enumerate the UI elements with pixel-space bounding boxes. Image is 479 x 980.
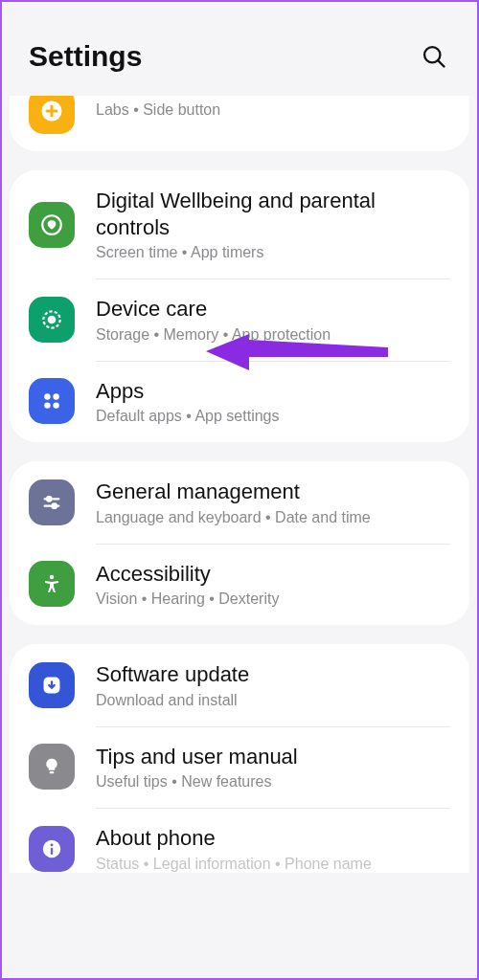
settings-row-general-management[interactable]: General management Language and keyboard… [10,461,469,544]
row-title: Digital Wellbeing and parental controls [96,188,450,240]
info-icon [29,826,75,872]
row-subtitle: Default apps • App settings [96,408,450,425]
row-subtitle: Language and keyboard • Date and time [96,509,450,526]
sliders-icon [29,479,75,525]
settings-row-accessibility[interactable]: Accessibility Vision • Hearing • Dexteri… [10,544,469,626]
svg-rect-18 [50,771,55,773]
plus-icon [29,96,75,134]
settings-group: Digital Wellbeing and parental controls … [10,170,469,442]
settings-row-apps[interactable]: Apps Default apps • App settings [10,361,469,443]
row-title: Accessibility [96,561,450,588]
lightbulb-icon [29,744,75,790]
settings-row-device-care[interactable]: Device care Storage • Memory • App prote… [10,278,469,361]
svg-point-16 [50,575,54,579]
row-subtitle: Screen time • App timers [96,244,450,261]
row-title: Device care [96,296,450,323]
svg-point-10 [44,403,50,409]
device-care-icon [29,297,75,343]
heart-monitor-icon [29,202,75,248]
search-icon [421,43,447,70]
svg-point-8 [44,393,50,399]
row-title: About phone [96,825,450,852]
settings-group: Advanced features Labs • Side button [10,96,469,151]
page-title: Settings [29,40,142,73]
download-icon [29,662,75,708]
row-subtitle: Labs • Side button [96,101,450,119]
settings-row-digital-wellbeing[interactable]: Digital Wellbeing and parental controls … [10,170,469,278]
row-subtitle: Useful tips • New features [96,773,450,791]
row-subtitle: Status • Legal information • Phone name [96,856,450,873]
row-title: General management [96,479,450,505]
apps-grid-icon [29,378,75,424]
row-subtitle: Vision • Hearing • Dexterity [96,590,450,608]
svg-rect-21 [51,847,53,854]
settings-row-tips[interactable]: Tips and user manual Useful tips • New f… [10,726,469,809]
row-title: Tips and user manual [96,744,450,770]
row-subtitle: Download and install [96,692,450,709]
svg-point-15 [52,503,57,508]
svg-line-1 [438,60,444,66]
settings-group: General management Language and keyboard… [10,461,469,625]
svg-point-7 [49,317,56,323]
svg-point-13 [47,497,52,501]
svg-point-20 [51,843,54,846]
accessibility-icon [29,561,75,607]
search-button[interactable] [418,40,450,73]
settings-group: Software update Download and install Tip… [10,644,469,873]
settings-row-advanced-features[interactable]: Advanced features Labs • Side button [10,96,469,151]
row-title: Software update [96,661,450,688]
settings-row-software-update[interactable]: Software update Download and install [10,644,469,726]
svg-point-11 [53,403,58,409]
settings-row-about-phone[interactable]: About phone Status • Legal information •… [10,808,469,873]
row-subtitle: Storage • Memory • App protection [96,326,450,344]
svg-point-9 [53,393,58,399]
row-title: Apps [96,378,450,405]
